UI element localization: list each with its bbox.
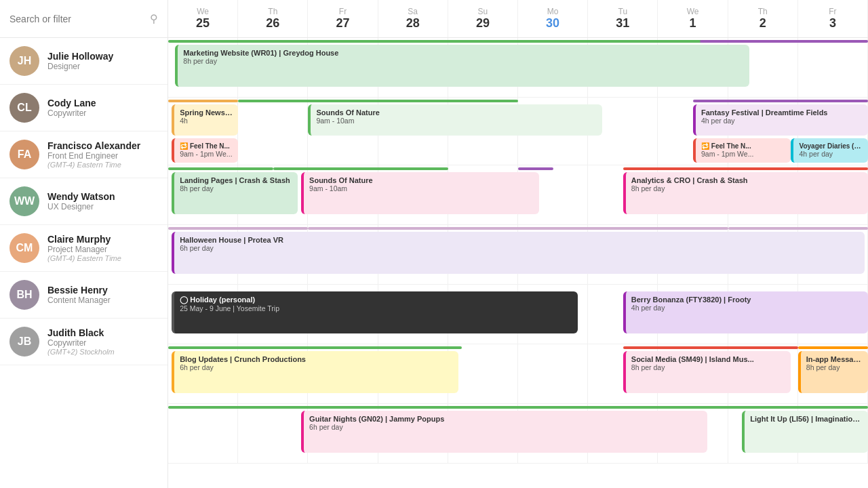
event-francisco-analytics[interactable]: Analytics & CRO | Crash & Stash 8h per d… <box>623 172 868 214</box>
cell-bessie-4 <box>448 344 518 403</box>
event-julie-marketing[interactable]: Marketing Website (WR01) | Greydog House… <box>175 45 749 87</box>
cell-bessie-5 <box>518 344 588 403</box>
event-cody-voyager[interactable]: Voyager Diaries (VI99) | Space Po... 4h … <box>791 138 868 163</box>
avatar-cody: CL <box>9 93 39 123</box>
day-header-th26: Th 26 <box>238 0 308 37</box>
avatar-judith: JB <box>9 327 39 357</box>
person-cody[interactable]: CL Cody Lane Copywriter <box>0 85 167 131</box>
cell-cody-1 <box>238 98 308 165</box>
row-judith: Guitar Nights (GN02) | Jammy Popups 6h p… <box>168 404 868 464</box>
cell-judith-1 <box>238 404 308 463</box>
event-cody-sounds1[interactable]: Sounds Of Nature 9am - 10am <box>308 104 601 136</box>
search-bar[interactable]: ⚲ <box>0 0 167 38</box>
sidebar: ⚲ JH Julie Holloway Designer CL Cody Lan… <box>0 0 168 488</box>
person-role-julie: Designer <box>47 62 113 71</box>
avatar-bessie: BH <box>9 280 39 310</box>
search-input[interactable] <box>9 14 150 24</box>
avatar-claire: CM <box>9 233 39 263</box>
event-wendy-halloween[interactable]: Halloween House | Protea VR 6h per day <box>172 232 865 274</box>
person-bessie[interactable]: BH Bessie Henry Content Manager <box>0 272 167 319</box>
event-cody-spring[interactable]: Spring Newslet... 4h <box>172 104 238 136</box>
avatar-wendy: WW <box>9 186 39 216</box>
event-bessie-blog[interactable]: Blog Updates | Crunch Productions 6h per… <box>172 351 458 393</box>
row-julie: Marketing Website (WR01) | Greydog House… <box>168 38 868 98</box>
person-role-bessie: Content Manager <box>47 296 111 305</box>
day-header-we1: We 1 <box>658 0 728 37</box>
person-role-francisco: Front End Engineer <box>47 151 140 161</box>
person-name-francisco: Francisco Alexander <box>47 140 140 151</box>
person-wendy[interactable]: WW Wendy Watson UX Designer <box>0 178 167 225</box>
event-bessie-inapp[interactable]: In-app Messaging... 8h per day <box>798 351 868 393</box>
day-header-tu31: Tu 31 <box>588 0 658 37</box>
person-name-bessie: Bessie Henry <box>47 285 111 296</box>
day-header-we25: We 25 <box>168 0 238 37</box>
row-cody: Spring Newslet... 4h Sounds Of Nature 9a… <box>168 98 868 165</box>
day-header-fr3: Fr 3 <box>798 0 868 37</box>
row-francisco: Landing Pages | Crash & Stash 8h per day… <box>168 165 868 225</box>
person-name-judith: Judith Black <box>47 327 115 338</box>
person-judith[interactable]: JB Judith Black Copywriter (GMT+2) Stock… <box>0 319 167 365</box>
event-judith-guitar[interactable]: Guitar Nights (GN02) | Jammy Popups 6h p… <box>301 411 707 453</box>
search-icon: ⚲ <box>150 12 158 25</box>
day-header-th2: Th 2 <box>728 0 798 37</box>
event-cody-feel1[interactable]: 🔁 Feel The N... 9am - 1pm We... <box>172 138 238 163</box>
person-francisco[interactable]: FA Francisco Alexander Front End Enginee… <box>0 131 167 178</box>
person-role-wendy: UX Designer <box>47 202 115 211</box>
event-bessie-social[interactable]: Social Media (SM49) | Island Mus... 8h p… <box>623 351 791 393</box>
calendar-body: Marketing Website (WR01) | Greydog House… <box>168 38 868 488</box>
person-julie[interactable]: JH Julie Holloway Designer <box>0 38 167 85</box>
event-francisco-landing[interactable]: Landing Pages | Crash & Stash 8h per day <box>172 172 298 214</box>
person-name-claire: Claire Murphy <box>47 234 121 245</box>
person-name-wendy: Wendy Watson <box>47 191 115 202</box>
day-header-fr27: Fr 27 <box>308 0 378 37</box>
avatar-julie: JH <box>9 46 39 76</box>
day-header-mo30: Mo 30 <box>518 0 588 37</box>
cell-julie-9 <box>798 38 868 97</box>
person-claire[interactable]: CM Claire Murphy Project Manager (GMT-4)… <box>0 225 167 272</box>
person-role-claire: Project Manager <box>47 245 121 254</box>
person-role-judith: Copywriter <box>47 338 115 348</box>
day-header-row: We 25 Th 26 Fr 27 Sa 28 Su 29 Mo 30 Tu 3… <box>168 0 868 38</box>
avatar-francisco: FA <box>9 140 39 169</box>
day-header-sa28: Sa 28 <box>378 0 448 37</box>
event-claire-berry[interactable]: Berry Bonanza (FTY3820) | Frooty 4h per … <box>623 291 868 333</box>
person-tz-judith: (GMT+2) Stockholm <box>47 348 115 356</box>
event-francisco-sounds[interactable]: Sounds Of Nature 9am - 10am <box>301 172 539 214</box>
person-tz-francisco: (GMT-4) Eastern Time <box>47 161 140 169</box>
event-cody-feel2[interactable]: 🔁 Feel The N... 9am - 1pm We... <box>693 138 791 163</box>
event-claire-holiday[interactable]: ◯ Holiday (personal) 25 May - 9 June | Y… <box>172 291 578 333</box>
event-judith-light[interactable]: Light It Up (LI56) | Imagination Di... <box>742 411 868 453</box>
calendar: We 25 Th 26 Fr 27 Sa 28 Su 29 Mo 30 Tu 3… <box>168 0 868 488</box>
day-header-su29: Su 29 <box>448 0 518 37</box>
cell-judith-0 <box>168 404 238 463</box>
row-wendy: Halloween House | Protea VR 6h per day <box>168 225 868 285</box>
row-claire: ◯ Holiday (personal) 25 May - 9 June | Y… <box>168 285 868 344</box>
row-bessie: Blog Updates | Crunch Productions 6h per… <box>168 344 868 404</box>
person-tz-claire: (GMT-4) Eastern Time <box>47 254 121 262</box>
person-name-julie: Julie Holloway <box>47 51 113 62</box>
person-name-cody: Cody Lane <box>47 98 96 108</box>
event-cody-fantasy[interactable]: Fantasy Festival | Dreamtime Fields 4h p… <box>693 104 868 136</box>
person-role-cody: Copywriter <box>47 108 96 118</box>
